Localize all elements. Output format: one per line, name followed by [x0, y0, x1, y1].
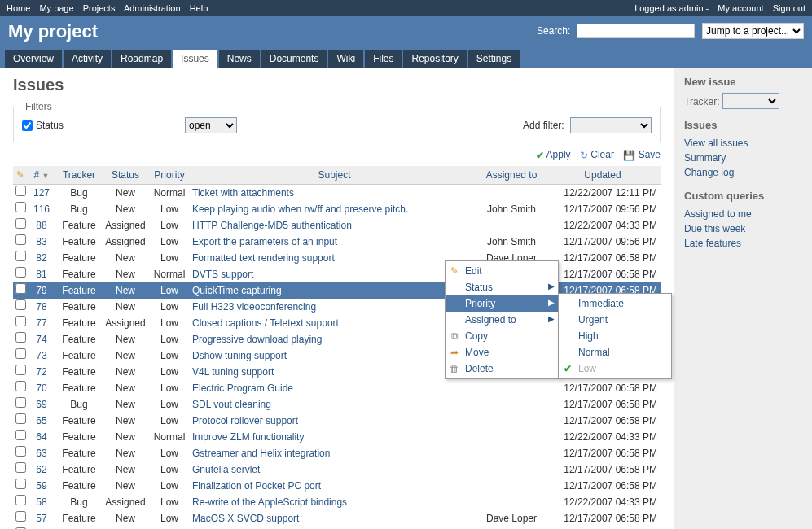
ctx-priority-low[interactable]: ✔Low	[559, 361, 671, 377]
issue-id[interactable]: 59	[36, 480, 46, 492]
issue-subject-link[interactable]: Ticket with attachments	[192, 187, 294, 199]
issue-id[interactable]: 74	[36, 334, 46, 345]
add-filter-select[interactable]	[570, 117, 652, 133]
issue-id[interactable]: 70	[36, 383, 46, 394]
nav-home[interactable]: Home	[7, 3, 30, 13]
row-checkbox[interactable]	[15, 365, 26, 375]
col-status[interactable]: Status	[103, 166, 148, 185]
link-assigned-to-me[interactable]: Assigned to me	[684, 207, 802, 221]
issue-id[interactable]: 69	[36, 399, 46, 410]
issue-subject-link[interactable]: Re-write of the AppleScript bindings	[192, 496, 347, 508]
issue-id[interactable]: 78	[36, 301, 46, 313]
link-due-this-week[interactable]: Due this week	[684, 221, 802, 236]
tab-repository[interactable]: Repository	[403, 50, 466, 68]
jump-to-project-select[interactable]: Jump to a project...	[702, 23, 804, 39]
ctx-priority-high[interactable]: High	[559, 328, 671, 344]
col-subject[interactable]: Subject	[191, 166, 478, 185]
nav-sign-out[interactable]: Sign out	[773, 3, 805, 13]
issue-subject-link[interactable]: Closed captions / Teletext support	[192, 317, 339, 329]
issue-subject-link[interactable]: Gstreamer and Helix integration	[192, 448, 330, 459]
row-checkbox[interactable]	[15, 234, 26, 245]
issue-subject-link[interactable]: DVTS support	[192, 269, 253, 280]
issue-subject-link[interactable]: SDL vout cleaning	[192, 399, 271, 410]
table-row[interactable]: 63FeatureNewLowGstreamer and Helix integ…	[13, 445, 661, 461]
issue-subject-link[interactable]: HTTP Challenge-MD5 authentication	[192, 220, 352, 231]
table-row[interactable]: 64FeatureNewNormalImprove ZLM functional…	[13, 429, 661, 445]
row-checkbox[interactable]	[15, 413, 26, 424]
search-input[interactable]	[577, 24, 695, 38]
table-row[interactable]: 65FeatureNewLowProtocol rollover support…	[13, 413, 661, 429]
ctx-priority-immediate[interactable]: Immediate	[559, 295, 671, 312]
row-checkbox[interactable]	[15, 186, 26, 196]
issue-subject-link[interactable]: Keep playing audio when rw/ff and preser…	[192, 203, 408, 215]
col-id[interactable]: # ▼	[28, 166, 55, 185]
tab-settings[interactable]: Settings	[468, 50, 520, 68]
nav-my-account[interactable]: My account	[718, 3, 763, 13]
nav-my-page[interactable]: My page	[39, 3, 73, 13]
col-updated[interactable]: Updated	[545, 166, 661, 185]
table-row[interactable]: 88FeatureAssignedLowHTTP Challenge-MD5 a…	[13, 217, 661, 234]
tab-files[interactable]: Files	[365, 50, 402, 68]
issue-id[interactable]: 62	[36, 464, 46, 475]
row-checkbox[interactable]	[15, 202, 26, 212]
issue-subject-link[interactable]: Progressive download playing	[192, 334, 322, 345]
tab-issues[interactable]: Issues	[173, 50, 217, 68]
ctx-copy[interactable]: ⧉Copy	[446, 328, 558, 344]
issue-id[interactable]: 127	[33, 187, 50, 199]
row-checkbox[interactable]	[15, 267, 26, 278]
row-checkbox[interactable]	[15, 430, 26, 440]
table-row[interactable]: 81FeatureNewNormalDVTS support12/17/2007…	[13, 266, 661, 282]
filter-status-select[interactable]: open	[185, 117, 237, 133]
row-checkbox[interactable]	[15, 397, 26, 408]
link-view-all-issues[interactable]: View all issues	[684, 136, 802, 151]
issue-id[interactable]: 72	[36, 366, 46, 378]
table-row[interactable]: 127BugNewNormalTicket with attachments12…	[13, 184, 661, 201]
issue-id[interactable]: 58	[36, 496, 46, 508]
col-check[interactable]: ✎	[13, 166, 28, 185]
tab-documents[interactable]: Documents	[261, 50, 327, 68]
apply-button[interactable]: ✔ Apply	[536, 149, 571, 160]
ctx-priority-urgent[interactable]: Urgent	[559, 312, 671, 328]
ctx-assigned-to[interactable]: Assigned to▶	[446, 312, 558, 328]
col-priority[interactable]: Priority	[148, 166, 191, 185]
row-checkbox[interactable]	[15, 446, 26, 457]
issue-subject-link[interactable]: Finalization of Pocket PC port	[192, 480, 321, 492]
issue-id[interactable]: 65	[36, 415, 46, 426]
ctx-status[interactable]: Status▶	[446, 279, 558, 295]
table-row[interactable]: 57FeatureNewLowMacOS X SVCD supportDave …	[13, 510, 661, 527]
nav-administration[interactable]: Administration	[124, 3, 181, 13]
issue-id[interactable]: 82	[36, 252, 46, 264]
nav-projects[interactable]: Projects	[83, 3, 116, 13]
table-row[interactable]: 58BugAssignedLowRe-write of the AppleScr…	[13, 494, 661, 510]
issue-subject-link[interactable]: MacOS X SVCD support	[192, 513, 299, 524]
table-row[interactable]: 82FeatureNewLowFormatted text rendering …	[13, 250, 661, 266]
issue-id[interactable]: 57	[36, 513, 46, 524]
row-checkbox[interactable]	[15, 332, 26, 343]
save-button[interactable]: 💾 Save	[623, 149, 661, 160]
tab-overview[interactable]: Overview	[5, 50, 62, 68]
row-checkbox[interactable]	[15, 462, 26, 473]
table-row[interactable]: 83FeatureAssignedLowExport the parameter…	[13, 234, 661, 250]
issue-id[interactable]: 63	[36, 448, 46, 459]
table-row[interactable]: 70FeatureNewLowElectric Program Guide12/…	[13, 380, 661, 396]
row-checkbox[interactable]	[15, 299, 26, 310]
tab-news[interactable]: News	[219, 50, 260, 68]
clear-button[interactable]: ↻ Clear	[580, 149, 614, 160]
tab-wiki[interactable]: Wiki	[328, 50, 363, 68]
ctx-delete[interactable]: 🗑Delete	[446, 361, 558, 377]
link-summary[interactable]: Summary	[684, 151, 802, 165]
ctx-edit[interactable]: ✎Edit	[446, 263, 558, 279]
table-row[interactable]: 116BugNewLowKeep playing audio when rw/f…	[13, 201, 661, 217]
row-checkbox[interactable]	[15, 316, 26, 326]
row-checkbox[interactable]	[15, 348, 26, 359]
issue-id[interactable]: 88	[36, 220, 46, 231]
issue-subject-link[interactable]: V4L tuning support	[192, 366, 274, 378]
col-assigned-to[interactable]: Assigned to	[478, 166, 545, 185]
row-checkbox[interactable]	[15, 381, 26, 391]
issue-id[interactable]: 83	[36, 236, 46, 247]
ctx-priority[interactable]: Priority▶ ImmediateUrgentHighNormal✔Low	[446, 295, 558, 312]
row-checkbox[interactable]	[15, 479, 26, 489]
issue-id[interactable]: 73	[36, 350, 46, 361]
issue-subject-link[interactable]: Gnutella servlet	[192, 464, 260, 475]
row-checkbox[interactable]	[15, 495, 26, 505]
